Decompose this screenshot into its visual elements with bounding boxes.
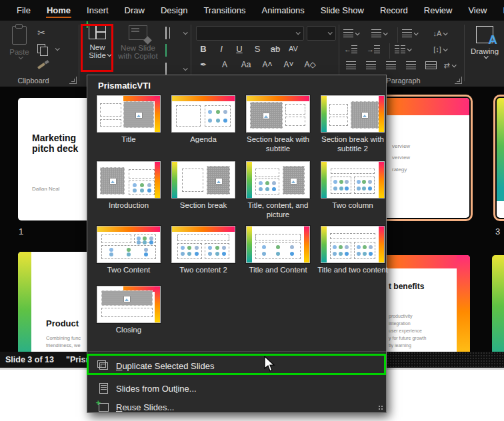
font-name-combobox[interactable]	[196, 26, 304, 41]
layout-thumbnail	[97, 286, 161, 323]
text-direction-button[interactable]: ↓A	[432, 27, 448, 39]
layout-chevron-icon[interactable]	[183, 30, 188, 35]
section-icon	[165, 63, 167, 75]
slide-thumbnail-3-selected[interactable]	[493, 95, 504, 221]
layout-option-section-break[interactable]: Section break	[168, 161, 239, 210]
ribbon-tab-view[interactable]: View	[461, 1, 494, 19]
ribbon-tab-slide-show[interactable]: Slide Show	[313, 1, 371, 19]
ribbon-tab-help[interactable]: Help	[495, 1, 504, 19]
format-painter-icon	[37, 63, 45, 69]
format-painter-button[interactable]	[35, 59, 48, 73]
layout-option-section-break-with-subtitle[interactable]: Section break with subtitle	[243, 95, 313, 154]
section-chevron-icon[interactable]	[183, 66, 188, 71]
resize-grip[interactable]	[378, 405, 383, 410]
ribbon-tab-draw[interactable]: Draw	[117, 1, 152, 19]
decrease-indent-button[interactable]: ←	[343, 43, 359, 55]
section-button[interactable]	[165, 63, 167, 75]
slide-number-1: 1	[19, 226, 23, 236]
layout-thumbnail	[321, 161, 385, 199]
slide-layout-button[interactable]	[165, 27, 167, 39]
copy-chevron-icon[interactable]	[55, 46, 60, 51]
copilot-slide-icon	[129, 25, 147, 40]
layout-label: Section break with subtitle	[243, 135, 313, 154]
slide-count-status: Slide 3 of 13	[5, 355, 54, 364]
align-text-button[interactable]: [↕]	[432, 43, 448, 55]
theme-gallery-header: PrismaticVTI	[98, 81, 151, 91]
ribbon-tab-insert[interactable]: Insert	[79, 1, 116, 19]
clear-formatting-button[interactable]: A◇	[303, 58, 317, 71]
new-slide-copilot-button[interactable]: New Slide with Copilot	[117, 23, 159, 74]
font-size-combobox[interactable]	[307, 26, 336, 41]
shrink-font-button[interactable]: A˅	[281, 58, 296, 71]
paragraph-dialog-launcher[interactable]	[455, 77, 462, 84]
ribbon-tab-file[interactable]: File	[9, 1, 38, 19]
red-annotation-box	[81, 24, 113, 72]
copy-button[interactable]	[35, 42, 48, 55]
line-spacing-button[interactable]	[401, 27, 417, 39]
layout-option-two-content-2[interactable]: Two content 2	[168, 226, 239, 275]
layout-thumbnail	[171, 95, 235, 133]
ribbon-tab-bar: FileHomeInsertDrawDesignTransitionsAnima…	[0, 0, 504, 21]
align-center-button[interactable]	[363, 59, 379, 71]
clipboard-dialog-launcher[interactable]	[69, 77, 77, 84]
paste-label: Paste	[9, 48, 29, 56]
menu-item-label: Reuse Slides...	[116, 402, 174, 412]
ribbon-tab-review[interactable]: Review	[417, 1, 460, 19]
cut-button[interactable]: ✂	[35, 26, 48, 39]
menu-item-label: Slides from Outline...	[116, 384, 197, 394]
layout-label: Section break	[168, 201, 239, 210]
justify-button[interactable]	[403, 59, 419, 71]
layout-label: Two column	[317, 201, 388, 210]
underline-button[interactable]: U	[232, 42, 247, 55]
columns-button[interactable]	[395, 43, 411, 55]
text-shadow-button[interactable]: S	[250, 42, 265, 55]
character-spacing-button[interactable]: AV	[286, 42, 301, 55]
ribbon-tab-design[interactable]: Design	[153, 1, 195, 19]
green-annotation-box	[87, 354, 386, 375]
layout-option-section-break-with-subtitle-2[interactable]: Section break with subtitle 2	[317, 95, 388, 154]
layout-thumbnail	[246, 95, 310, 133]
paste-button[interactable]: Paste	[5, 23, 33, 74]
picture-placeholder-icon	[263, 113, 270, 119]
align-left-button[interactable]	[343, 59, 359, 71]
reset-slide-button[interactable]	[165, 45, 167, 57]
layout-label: Title	[93, 135, 164, 145]
text-highlight-button[interactable]: ✒	[196, 58, 211, 71]
layout-option-title[interactable]: Title	[93, 95, 164, 145]
layout-option-closing[interactable]: Closing	[93, 286, 164, 335]
layout-option-two-column[interactable]: Two column	[317, 161, 388, 210]
menu-item-reuse-slides[interactable]: Reuse Slides...	[88, 398, 386, 416]
layout-option-two-content[interactable]: Two Content	[93, 226, 164, 275]
layout-thumbnail	[321, 226, 385, 263]
grow-font-button[interactable]: A˄	[260, 58, 275, 71]
picture-placeholder-icon	[290, 178, 297, 185]
layout-option-title-content-and-picture[interactable]: Title, content, and picture	[243, 161, 313, 220]
numbering-button[interactable]	[371, 27, 387, 39]
font-color-button[interactable]: A	[217, 58, 232, 71]
ribbon-tab-home[interactable]: Home	[39, 1, 78, 19]
picture-placeholder-icon	[361, 112, 369, 119]
layout-option-title-and-two-content[interactable]: Title and two content	[317, 226, 388, 275]
sparkle-icon	[143, 36, 152, 45]
ribbon-tab-animations[interactable]: Animations	[255, 1, 312, 19]
strikethrough-button[interactable]: ab	[268, 42, 283, 55]
convert-to-smartart-button[interactable]: ⇄	[441, 59, 457, 71]
layout-thumbnail	[97, 226, 161, 263]
change-case-button[interactable]: Aa	[239, 58, 253, 71]
layout-option-title-and-content[interactable]: Title and Content	[243, 226, 313, 275]
layout-label: Title and two content	[317, 266, 388, 275]
layout-option-agenda[interactable]: Agenda	[168, 95, 239, 145]
italic-button[interactable]: I	[214, 42, 229, 55]
layout-thumbnail	[97, 95, 161, 133]
bold-button[interactable]: B	[196, 42, 211, 55]
drawing-button[interactable]: Drawing	[468, 23, 501, 74]
layout-option-introduction[interactable]: Introduction	[93, 161, 164, 210]
bullets-button[interactable]	[343, 27, 359, 39]
distribute-button[interactable]	[423, 59, 439, 71]
ribbon-tab-record[interactable]: Record	[373, 1, 415, 19]
align-right-button[interactable]	[383, 59, 399, 71]
ribbon-tab-transitions[interactable]: Transitions	[196, 1, 253, 19]
menu-item-slides-from-outline[interactable]: Slides from Outline...	[88, 379, 386, 398]
powerpoint-window: FileHomeInsertDrawDesignTransitionsAnima…	[0, 0, 504, 421]
increase-indent-button[interactable]: →	[365, 43, 381, 55]
